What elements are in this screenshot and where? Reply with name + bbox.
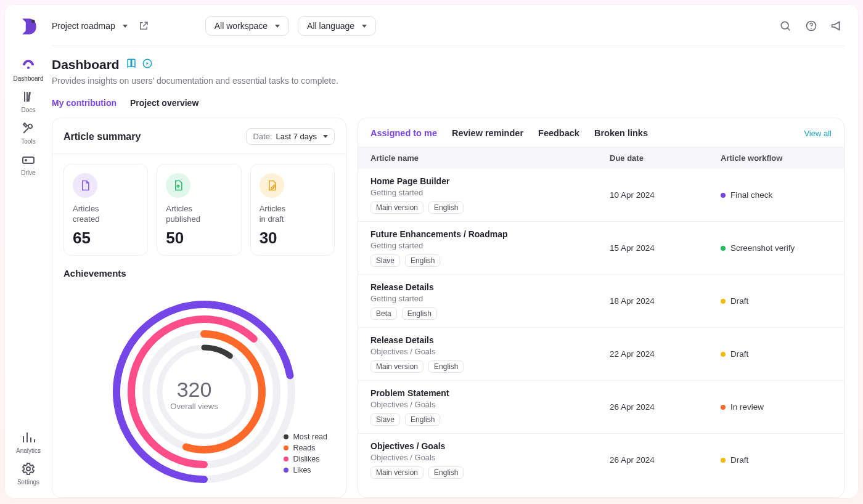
table-row[interactable]: Home Page Builder Getting started Main v… — [358, 169, 844, 222]
sidebar-item-drive[interactable]: Drive — [14, 148, 44, 180]
doc-up-icon — [166, 173, 190, 198]
stat-value: 50 — [166, 229, 232, 248]
due-date: 26 Apr 2024 — [610, 455, 721, 465]
stat-value: 30 — [260, 229, 325, 248]
workflow-status: Draft — [721, 296, 832, 306]
table-header: Article workflow — [721, 153, 832, 163]
legend-item: Reads — [284, 444, 327, 452]
language-filter[interactable]: All language — [298, 16, 376, 36]
sidebar-item-tools[interactable]: Tools — [14, 117, 44, 148]
announce-icon[interactable] — [830, 18, 845, 33]
analytics-icon — [21, 430, 36, 445]
tag: English — [428, 201, 464, 214]
external-link-icon[interactable] — [136, 18, 151, 33]
task-tab-review[interactable]: Review reminder — [452, 128, 523, 138]
view-all-link[interactable]: View all — [804, 129, 832, 138]
tag: English — [428, 360, 464, 373]
legend-dot — [284, 434, 288, 439]
article-category: Getting started — [370, 294, 610, 303]
sidebar-item-label: Analytics — [16, 447, 41, 454]
status-dot — [721, 405, 726, 410]
workspace-filter[interactable]: All workspace — [205, 16, 289, 36]
article-name: Release Details — [370, 335, 610, 345]
chevron-down-icon — [362, 25, 367, 28]
chevron-down-icon — [275, 25, 280, 28]
table-row[interactable]: Future Enhancements / Roadmap Getting st… — [358, 222, 844, 275]
legend-item: Likes — [284, 466, 327, 474]
stat-label: Articlesin draft — [260, 204, 325, 225]
sidebar-item-label: Tools — [21, 138, 35, 145]
sidebar-item-analytics[interactable]: Analytics — [16, 426, 41, 458]
table-row[interactable]: Release Details Getting started BetaEngl… — [358, 275, 844, 328]
table-row[interactable]: Release Details Objectives / Goals Main … — [358, 328, 844, 381]
due-date: 10 Apr 2024 — [610, 190, 721, 200]
chevron-down-icon — [123, 25, 128, 28]
sidebar-item-dashboard[interactable]: Dashboard — [14, 54, 44, 86]
date-range-filter[interactable]: Date: Last 7 days — [246, 128, 335, 145]
article-category: Getting started — [370, 188, 610, 197]
help-icon[interactable] — [804, 18, 819, 33]
article-category: Objectives / Goals — [370, 400, 610, 409]
book-icon[interactable] — [126, 57, 137, 72]
tag: Main version — [370, 360, 423, 373]
chart-legend: Most readReadsDislikesLikes — [284, 430, 327, 477]
task-tab-feedback[interactable]: Feedback — [538, 128, 579, 138]
stat-card: Articlesin draft 30 — [250, 164, 335, 256]
sidebar: Dashboard Docs Tools Drive Analytics Set… — [5, 5, 52, 498]
table-row[interactable]: Objectives / Goals Objectives / Goals Ma… — [358, 434, 844, 486]
tag: Slave — [370, 413, 400, 426]
article-category: Objectives / Goals — [370, 453, 610, 462]
dashboard-icon — [21, 58, 36, 73]
svg-point-7 — [811, 28, 812, 29]
article-summary-title: Article summary — [63, 131, 141, 142]
tag: Slave — [370, 254, 400, 267]
table-row[interactable]: Problem Statement Objectives / Goals Sla… — [358, 381, 844, 434]
article-name: Future Enhancements / Roadmap — [370, 229, 610, 239]
doc-edit-icon — [260, 173, 284, 198]
stat-card: Articlescreated 65 — [63, 164, 148, 256]
page-tab-my_contribution[interactable]: My contribution — [52, 98, 117, 108]
tools-icon — [21, 121, 36, 136]
table-header: Article name — [370, 153, 610, 163]
stat-label: Articlescreated — [73, 204, 139, 225]
legend-item: Most read — [284, 433, 327, 441]
status-dot — [721, 458, 726, 463]
stat-label: Articlespublished — [166, 204, 232, 225]
due-date: 15 Apr 2024 — [610, 243, 721, 253]
page-subtitle: Provides insights on users' documentatio… — [52, 76, 845, 86]
status-dot — [721, 299, 726, 304]
status-dot — [721, 352, 726, 357]
search-icon[interactable] — [778, 18, 793, 33]
achievements-title: Achievements — [52, 256, 346, 282]
page-tabs: My contributionProject overview — [52, 98, 845, 108]
sidebar-item-docs[interactable]: Docs — [14, 86, 44, 117]
play-circle-icon[interactable] — [142, 57, 153, 72]
legend-dot — [284, 445, 288, 450]
sidebar-item-settings[interactable]: Settings — [16, 458, 41, 489]
tasks-card: Assigned to meReview reminderFeedbackBro… — [358, 118, 845, 498]
svg-rect-2 — [23, 157, 34, 163]
workflow-status: Draft — [721, 455, 832, 465]
svg-point-5 — [781, 22, 788, 29]
tag: Beta — [370, 307, 397, 320]
workflow-status: Final check — [721, 190, 832, 200]
tag: Main version — [370, 201, 423, 214]
project-switcher[interactable]: Project roadmap — [52, 21, 128, 31]
due-date: 18 Apr 2024 — [610, 296, 721, 306]
chevron-down-icon — [323, 135, 328, 138]
article-category: Getting started — [370, 241, 610, 250]
legend-dot — [284, 468, 288, 473]
task-tab-broken[interactable]: Broken links — [594, 128, 648, 138]
task-tab-assigned[interactable]: Assigned to me — [370, 128, 437, 138]
page-tab-project_overview[interactable]: Project overview — [130, 98, 198, 108]
svg-point-3 — [25, 160, 27, 161]
due-date: 26 Apr 2024 — [610, 402, 721, 412]
sidebar-item-label: Docs — [22, 107, 36, 113]
stat-value: 65 — [73, 229, 139, 248]
status-dot — [721, 193, 726, 198]
article-name: Release Details — [370, 282, 610, 292]
svg-point-1 — [27, 67, 30, 69]
svg-point-0 — [31, 20, 35, 23]
article-summary-card: Article summary Date: Last 7 days Articl… — [52, 118, 346, 498]
achievements-chart: 320 Overall views Most readReadsDislikes… — [52, 282, 346, 495]
